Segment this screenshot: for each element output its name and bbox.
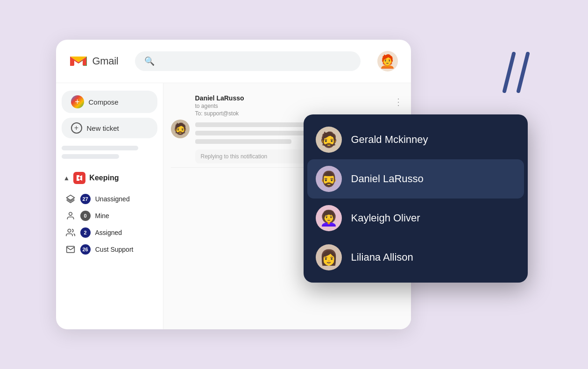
unassigned-badge: 27 xyxy=(80,194,91,204)
cust-support-badge: 26 xyxy=(80,244,91,255)
gmail-header: Gmail 🔍 🧑‍🦰 xyxy=(56,40,411,83)
mail-icon xyxy=(65,244,76,255)
sender-emoji: 🧔 xyxy=(173,122,187,135)
gerald-avatar: 🧔 xyxy=(316,127,342,153)
compose-button[interactable]: + Compose xyxy=(62,91,157,113)
svg-line-1 xyxy=(518,54,528,91)
cust-support-label: Cust Support xyxy=(95,246,134,253)
keeping-chevron-icon: ▲ xyxy=(64,174,70,182)
dropdown-item-liliana[interactable]: 👩 Liliana Allison xyxy=(307,238,524,277)
daniel-name: Daniel LaRusso xyxy=(351,173,424,185)
gmail-logo: Gmail xyxy=(69,54,119,69)
scene: Gmail 🔍 🧑‍🦰 + Compose + New ticket xyxy=(37,21,551,348)
new-ticket-label: New ticket xyxy=(87,124,119,132)
keeping-logo xyxy=(73,172,85,184)
mine-label: Mine xyxy=(95,212,109,220)
keeping-section: ▲ Keeping xyxy=(62,168,157,262)
assigned-badge: 2 xyxy=(80,227,91,238)
keeping-logo-icon xyxy=(75,174,84,182)
search-icon: 🔍 xyxy=(144,56,155,66)
dropdown-item-gerald[interactable]: 🧔 Gerald Mckinney xyxy=(307,120,524,159)
compose-label: Compose xyxy=(89,98,119,106)
compose-plus-icon: + xyxy=(71,95,84,108)
kayleigh-name: Kayleigh Oliver xyxy=(351,212,420,224)
user-avatar[interactable]: 🧑‍🦰 xyxy=(377,51,398,71)
gerald-name: Gerald Mckinney xyxy=(351,134,428,146)
keeping-header: ▲ Keeping xyxy=(64,172,156,184)
email-from: Daniel LaRusso xyxy=(195,94,388,102)
gmail-sidebar: + Compose + New ticket ▲ xyxy=(56,83,163,329)
skeleton-line-1 xyxy=(62,146,138,150)
svg-line-0 xyxy=(504,54,514,91)
layers-icon xyxy=(65,194,76,204)
sidebar-item-unassigned[interactable]: 27 Unassigned xyxy=(64,191,156,207)
agent-dropdown: 🧔 Gerald Mckinney 🧔‍♂️ Daniel LaRusso 👩‍… xyxy=(304,114,528,283)
unassigned-label: Unassigned xyxy=(95,195,130,203)
liliana-name: Liliana Allison xyxy=(351,251,413,263)
new-ticket-button[interactable]: + New ticket xyxy=(62,118,157,138)
sender-avatar: 🧔 xyxy=(171,120,190,138)
new-ticket-circle-icon: + xyxy=(71,122,82,134)
liliana-emoji: 👩 xyxy=(319,250,338,265)
gmail-title-text: Gmail xyxy=(92,55,119,67)
decorative-slashes xyxy=(500,49,537,98)
assigned-label: Assigned xyxy=(95,229,122,236)
svg-point-6 xyxy=(68,229,71,233)
gerald-emoji: 🧔 xyxy=(319,132,338,147)
svg-point-5 xyxy=(69,213,72,216)
sidebar-item-assigned[interactable]: 2 Assigned xyxy=(64,224,156,241)
email-to: to agents xyxy=(195,103,388,109)
dropdown-item-daniel[interactable]: 🧔‍♂️ Daniel LaRusso xyxy=(307,159,524,199)
kayleigh-emoji: 👩‍🦱 xyxy=(319,211,338,226)
skeleton-line-2 xyxy=(62,154,119,159)
kayleigh-avatar: 👩‍🦱 xyxy=(316,205,342,231)
daniel-emoji: 🧔‍♂️ xyxy=(319,171,338,186)
gmail-search-bar[interactable]: 🔍 xyxy=(135,51,360,71)
more-options-icon[interactable]: ⋮ xyxy=(394,96,404,107)
people-icon xyxy=(65,227,76,238)
sidebar-item-mine[interactable]: 0 Mine xyxy=(64,207,156,224)
liliana-avatar: 👩 xyxy=(316,244,342,270)
sidebar-item-cust-support[interactable]: 26 Cust Support xyxy=(64,241,156,258)
gmail-m-icon xyxy=(69,54,88,69)
skeleton-placeholder xyxy=(62,146,157,159)
keeping-label-text: Keeping xyxy=(89,174,119,182)
replying-text: Replying to this notification xyxy=(201,153,268,160)
mine-badge: 0 xyxy=(80,211,91,221)
dropdown-item-kayleigh[interactable]: 👩‍🦱 Kayleigh Oliver xyxy=(307,199,524,238)
daniel-avatar: 🧔‍♂️ xyxy=(316,166,342,192)
avatar-emoji: 🧑‍🦰 xyxy=(379,54,396,69)
body-line-3 xyxy=(195,139,292,144)
person-icon xyxy=(65,211,76,221)
